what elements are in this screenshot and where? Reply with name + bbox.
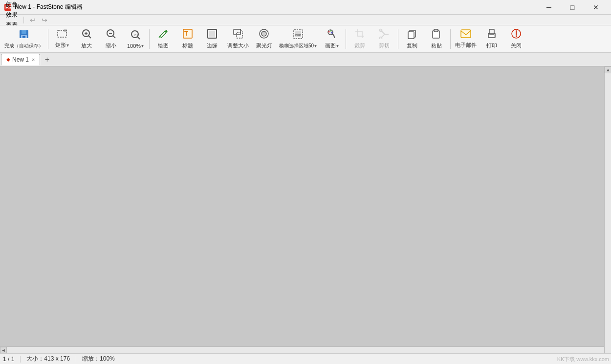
cut-label: 剪切 <box>379 42 390 49</box>
redo-button[interactable]: ↪ <box>40 16 49 24</box>
zoomin-toolbar-btn[interactable]: 放大 <box>75 27 98 51</box>
spotlight-toolbar-btn[interactable]: 聚光灯 <box>252 27 276 51</box>
email-icon <box>460 29 471 41</box>
svg-text:T: T <box>184 30 188 37</box>
toolbar-sep-13 <box>398 29 398 49</box>
svg-line-14 <box>113 36 115 38</box>
scrollbar-vertical[interactable]: ▲ <box>604 66 611 353</box>
svg-rect-48 <box>489 35 494 37</box>
status-sep-2 <box>76 356 76 363</box>
page-info: 1 / 1 <box>3 356 14 363</box>
title-bar: FS New 1 - FastStone 编辑器 ─ □ ✕ <box>0 0 611 15</box>
undo-redo-group: ↩ ↪ <box>28 16 49 24</box>
paint-icon <box>327 28 337 41</box>
close_img-label: 关闭 <box>511 42 522 49</box>
email-toolbar-btn[interactable]: 电子邮件 <box>453 27 479 51</box>
tab-new1[interactable]: ◆New 1× <box>1 54 40 65</box>
email-label: 电子邮件 <box>455 42 477 49</box>
blur-toolbar-btn[interactable]: blur模糊选择区域50▾ <box>277 27 319 51</box>
draw-icon <box>158 28 169 41</box>
paint-toolbar-btn[interactable]: 画图▾ <box>320 27 344 51</box>
paste-toolbar-btn[interactable]: 粘贴 <box>425 27 448 51</box>
save-icon <box>18 29 30 42</box>
cut-toolbar-btn: 剪切 <box>372 27 396 51</box>
print-label: 打印 <box>486 42 497 49</box>
copy-icon <box>407 28 417 41</box>
zoom-info: 缩放：100% <box>82 355 115 363</box>
svg-rect-5 <box>22 36 25 38</box>
svg-line-18 <box>159 36 160 38</box>
svg-point-32 <box>328 31 330 33</box>
new-tab-button[interactable]: + <box>41 54 53 65</box>
spotlight-label: 聚光灯 <box>256 42 272 49</box>
copy-label: 复制 <box>407 42 417 49</box>
toolbar: 完成（自动保存）矩形▾放大缩小1:1100%▾绘图T标题边缘调整大小聚光灯blu… <box>0 25 611 53</box>
size-info: 大小：413 x 176 <box>26 355 70 363</box>
close-window-button[interactable]: ✕ <box>585 0 607 15</box>
svg-point-33 <box>330 30 332 32</box>
toolbar-sep-11 <box>346 29 346 49</box>
canvas-area: ▲ ◄ <box>0 66 611 353</box>
menu-item-效果[interactable]: 效果 <box>2 10 22 20</box>
watermark-text: KK下载 www.kkx.com <box>557 356 609 363</box>
undo-button[interactable]: ↩ <box>28 16 38 24</box>
border-toolbar-btn[interactable]: 边缘 <box>200 27 224 51</box>
menu-separator <box>23 17 24 23</box>
border-label: 边缘 <box>207 42 218 49</box>
zoomout-label: 缩小 <box>106 42 116 49</box>
svg-rect-7 <box>64 29 67 32</box>
tab-modified-indicator: ◆ <box>6 57 10 62</box>
blur-label: 模糊选择区域50 <box>279 43 314 49</box>
resize-label: 调整大小 <box>227 42 249 49</box>
scroll-up-button[interactable]: ▲ <box>605 66 611 73</box>
svg-line-25 <box>240 29 243 32</box>
rect-label: 矩形 <box>55 42 66 49</box>
border-icon <box>207 28 218 41</box>
title-toolbar-btn[interactable]: T标题 <box>176 27 199 51</box>
save-label: 完成（自动保存） <box>4 43 44 49</box>
rect-toolbar-btn[interactable]: 矩形▾ <box>50 27 74 51</box>
draw-toolbar-btn[interactable]: 绘图 <box>152 27 175 51</box>
rect-arrow: ▾ <box>66 43 69 48</box>
zoom100-toolbar-btn[interactable]: 1:1100%▾ <box>124 27 147 51</box>
svg-line-11 <box>88 36 91 38</box>
save-toolbar-btn[interactable]: 完成（自动保存） <box>2 27 46 51</box>
rect-icon <box>57 29 67 41</box>
status-bar: 1 / 1 大小：413 x 176 缩放：100% <box>0 353 611 364</box>
maximize-button[interactable]: □ <box>561 0 584 15</box>
status-sep-1 <box>20 356 21 363</box>
toolbar-sep-15 <box>450 29 451 49</box>
resize-toolbar-btn[interactable]: 调整大小 <box>225 27 251 51</box>
tab-close-button[interactable]: × <box>32 57 35 63</box>
draw-label: 绘图 <box>158 42 169 49</box>
toolbar-sep-0 <box>48 29 48 49</box>
tab-bar: ◆New 1× + <box>0 53 611 66</box>
copy-toolbar-btn[interactable]: 复制 <box>400 27 424 51</box>
title-icon: T <box>182 28 193 41</box>
svg-rect-23 <box>234 29 240 35</box>
tab-label: New 1 <box>12 56 29 63</box>
svg-rect-22 <box>209 31 215 37</box>
scrollbar-horizontal[interactable]: ◄ <box>0 346 604 353</box>
zoomout-toolbar-btn[interactable]: 缩小 <box>99 27 123 51</box>
menu-item-颜色[interactable]: 颜色 <box>2 0 22 10</box>
svg-point-27 <box>262 31 266 36</box>
svg-point-34 <box>331 32 333 34</box>
zoomin-icon <box>81 28 92 41</box>
zoomout-icon <box>106 28 116 41</box>
app-title: New 1 - FastStone 编辑器 <box>15 3 538 11</box>
minimize-button[interactable]: ─ <box>538 0 560 15</box>
svg-rect-44 <box>434 29 438 32</box>
menu-bar: 文件捕捉编辑颜色效果查看标签工具设置帮助 ↩ ↪ <box>0 15 611 25</box>
close_img-toolbar-btn[interactable]: 关闭 <box>504 27 528 51</box>
zoomin-label: 放大 <box>81 42 92 49</box>
svg-text:blur: blur <box>295 33 301 37</box>
spotlight-icon <box>259 28 269 41</box>
paste-label: 粘贴 <box>431 42 442 49</box>
zoom100-icon: 1:1 <box>130 29 141 42</box>
scroll-left-button[interactable]: ◄ <box>0 347 7 353</box>
blur-icon: blur <box>293 29 304 42</box>
print-toolbar-btn[interactable]: 打印 <box>480 27 503 51</box>
crop-icon <box>354 28 365 41</box>
crop-label: 裁剪 <box>354 42 365 49</box>
